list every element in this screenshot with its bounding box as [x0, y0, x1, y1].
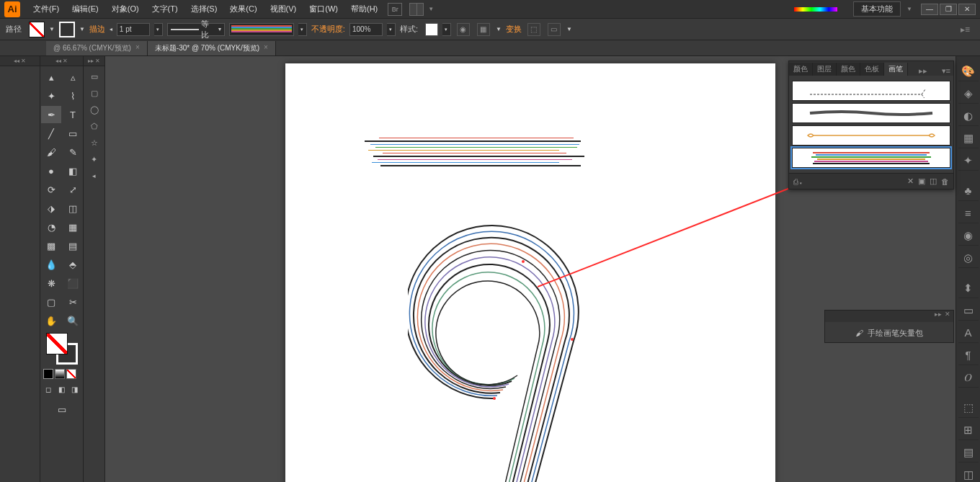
dock-color-icon[interactable]: 🎨	[958, 61, 979, 81]
fill-swatch[interactable]	[29, 22, 45, 37]
brush-definition-preview[interactable]	[229, 23, 294, 36]
none-mode-icon[interactable]	[66, 369, 76, 379]
pen-tool[interactable]: ✒	[41, 106, 61, 123]
column-graph-tool[interactable]: ⬛	[63, 275, 83, 292]
dock-transparency-icon[interactable]: ◉	[958, 226, 979, 246]
opacity-input[interactable]	[349, 23, 383, 36]
menu-effect[interactable]: 效果(C)	[224, 1, 262, 17]
brush-item-selected[interactable]	[792, 148, 950, 168]
variable-width-profile[interactable]: 等比 ▾	[167, 23, 225, 36]
menu-view[interactable]: 视图(V)	[264, 1, 303, 17]
dock-character-icon[interactable]: A	[958, 323, 979, 343]
new-brush-icon[interactable]: ◫	[930, 177, 937, 186]
dock-links-icon[interactable]: ▤	[958, 442, 979, 463]
dock-symbols-icon[interactable]: ✦	[958, 151, 979, 171]
brush-item[interactable]	[792, 81, 950, 101]
isolate-icon[interactable]: ⬚	[527, 23, 540, 36]
stroke-weight-input[interactable]	[117, 23, 150, 36]
rectangle-tool[interactable]: ▭	[63, 125, 83, 142]
gradient-mode-icon[interactable]	[55, 369, 65, 379]
opacity-label[interactable]: 不透明度:	[311, 24, 345, 35]
panel-collapse-icon[interactable]: ▸▸	[916, 66, 930, 76]
brush-item[interactable]	[792, 103, 950, 123]
perspective-grid-tool[interactable]: ▦	[63, 218, 83, 236]
stroke-swatch[interactable]	[59, 22, 75, 37]
collapse-shapes-icon[interactable]: ▸▸ ✕	[84, 56, 104, 66]
tearoff-icon[interactable]: ◂	[85, 168, 104, 184]
polygon-shape-icon[interactable]: ⬠	[85, 118, 104, 134]
hand-tool[interactable]: ✋	[41, 312, 61, 329]
gradient-tool[interactable]: ▤	[63, 237, 83, 254]
selection-tool[interactable]: ▴	[41, 68, 61, 86]
recolor-icon[interactable]: ◉	[457, 23, 470, 36]
dock-brushes-icon[interactable]: ▦	[958, 128, 979, 148]
window-restore-button[interactable]: ❐	[940, 4, 957, 15]
menu-select[interactable]: 选择(S)	[185, 1, 223, 17]
blend-tool[interactable]: ⬘	[63, 256, 83, 273]
stroke-weight-dropdown[interactable]: ▾	[154, 23, 163, 36]
panel-tab-color[interactable]: 颜色	[789, 63, 813, 76]
panel-tab-layers[interactable]: 图层	[813, 63, 837, 76]
window-minimize-button[interactable]: —	[921, 4, 938, 15]
edit-icon[interactable]: ▭	[548, 23, 561, 36]
dock-actions-icon[interactable]: ◫	[958, 465, 979, 482]
dock-layers-icon[interactable]: ◈	[958, 84, 979, 104]
magic-wand-tool[interactable]: ✦	[41, 87, 61, 104]
color-mode-icon[interactable]	[43, 369, 53, 379]
arrange-documents-icon[interactable]	[409, 3, 424, 16]
fill-stroke-swatch[interactable]	[46, 333, 78, 365]
menu-type[interactable]: 文字(T)	[146, 1, 184, 17]
dock-appearance-icon[interactable]: ◎	[958, 248, 979, 268]
dock-paragraph-icon[interactable]: ¶	[958, 345, 979, 365]
ellipse-shape-icon[interactable]: ◯	[85, 102, 104, 117]
artwork-nine-path[interactable]	[408, 189, 653, 482]
eyedropper-tool[interactable]: 💧	[41, 256, 61, 273]
menu-help[interactable]: 帮助(H)	[345, 1, 383, 17]
direct-selection-tool[interactable]: ▵	[63, 68, 83, 86]
dock-gradient-icon[interactable]: ≡	[958, 203, 979, 223]
scale-tool[interactable]: ⤢	[63, 181, 83, 198]
draw-inside-icon[interactable]: ◨	[71, 384, 79, 394]
width-tool[interactable]: ⬗	[41, 200, 61, 217]
library-title[interactable]: 手绘画笔矢量包	[868, 328, 923, 339]
slice-tool[interactable]: ✂	[63, 293, 83, 311]
panel-close-icon[interactable]: ✕	[945, 311, 950, 322]
dock-swatches-icon[interactable]: ◐	[958, 106, 979, 126]
blob-brush-tool[interactable]: ●	[41, 162, 61, 179]
type-tool[interactable]: T	[63, 106, 83, 123]
eraser-tool[interactable]: ◧	[63, 162, 83, 179]
symbol-sprayer-tool[interactable]: ❋	[41, 275, 61, 292]
screen-mode-icon[interactable]: ▭	[52, 401, 72, 418]
paintbrush-tool[interactable]: 🖌	[41, 143, 61, 161]
bridge-icon[interactable]: Br	[388, 3, 402, 16]
rounded-rect-shape-icon[interactable]: ▢	[85, 85, 104, 101]
window-close-button[interactable]: ✕	[958, 4, 976, 15]
document-tab[interactable]: @ 66.67% (CMYK/预览) ×	[46, 41, 148, 55]
dock-opentype-icon[interactable]: 𝑂	[958, 367, 979, 388]
delete-brush-icon[interactable]: 🗑	[941, 177, 949, 186]
align-icon[interactable]: ▦	[477, 23, 490, 36]
dock-stroke-icon[interactable]: ♣	[958, 181, 979, 201]
dock-align-icon[interactable]: ⬍	[958, 278, 979, 298]
dock-artboards-icon[interactable]: ⊞	[958, 420, 979, 440]
rectangle-shape-icon[interactable]: ▭	[85, 68, 104, 84]
document-tab[interactable]: 未标题-30* @ 70% (CMYK/预览) ×	[148, 41, 276, 55]
panel-menu-icon[interactable]: ▾≡	[939, 66, 953, 76]
menu-edit[interactable]: 编辑(E)	[66, 1, 104, 17]
dock-pathfinder-icon[interactable]: ⬚	[958, 398, 979, 418]
control-bar-menu-icon[interactable]: ▸≡	[956, 24, 974, 35]
brush-list[interactable]	[789, 76, 953, 173]
brush-item[interactable]	[792, 125, 950, 146]
collapse-tools-icon[interactable]: ◂◂ ✕	[40, 56, 83, 66]
panel-tab-brushes[interactable]: 画笔	[884, 63, 908, 76]
stroke-label[interactable]: 描边	[89, 24, 105, 35]
draw-behind-icon[interactable]: ◧	[57, 384, 66, 394]
remove-brush-stroke-icon[interactable]: ✕	[907, 177, 914, 186]
lasso-tool[interactable]: ⌇	[63, 87, 83, 104]
panel-collapse-icon[interactable]: ▸▸	[935, 311, 942, 322]
transform-label[interactable]: 变换	[506, 24, 522, 35]
menu-object[interactable]: 对象(O)	[106, 1, 145, 17]
close-tab-icon[interactable]: ×	[135, 43, 140, 53]
close-tab-icon[interactable]: ×	[264, 43, 268, 53]
opacity-dropdown[interactable]: ▾	[387, 23, 396, 36]
